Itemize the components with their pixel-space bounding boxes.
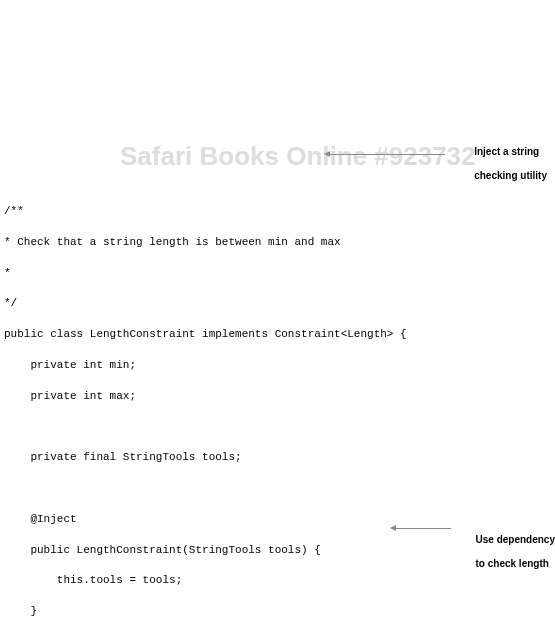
code-line: private final StringTools tools; [4, 450, 551, 465]
code-line: this.tools = tools; [4, 573, 551, 588]
code-line: private int max; [4, 389, 551, 404]
watermark-text: Safari Books Online #923732 [120, 138, 476, 174]
code-line: @Inject [4, 512, 551, 527]
code-line: */ [4, 296, 551, 311]
code-line [4, 481, 551, 496]
code-line: * Check that a string length is between … [4, 235, 551, 250]
code-line: /** [4, 204, 551, 219]
code-line: * [4, 266, 551, 281]
code-line [4, 420, 551, 435]
code-line: public LengthConstraint(StringTools tool… [4, 543, 551, 558]
annotation-arrow [330, 154, 445, 155]
arrow-head-icon [324, 151, 330, 157]
code-line: private int min; [4, 358, 551, 373]
code-line: public class LengthConstraint implements… [4, 327, 551, 342]
code-block: /** * Check that a string length is betw… [4, 189, 551, 621]
annotation-text: Inject a string [474, 146, 539, 157]
code-line: } [4, 604, 551, 619]
annotation-inject: Inject a string checking utility [463, 134, 547, 194]
annotation-text: checking utility [474, 170, 547, 181]
